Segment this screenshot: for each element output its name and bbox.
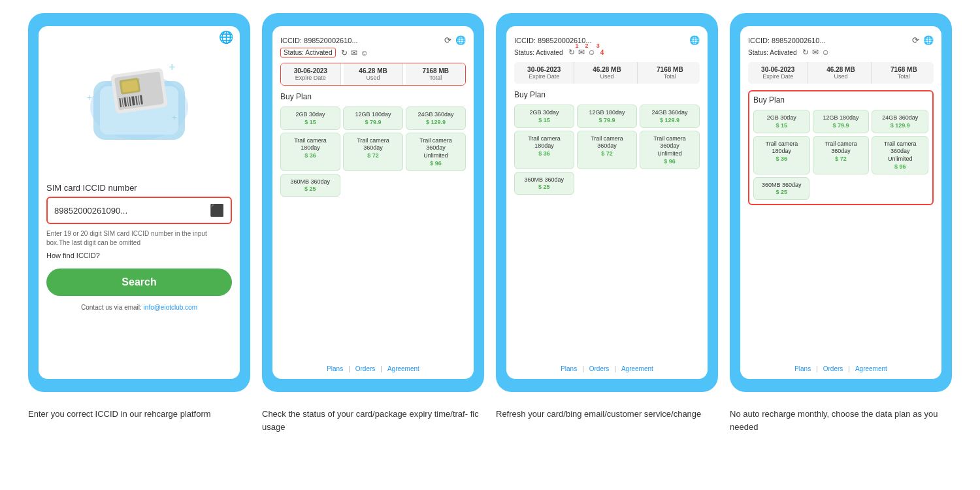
- plan-card-trail360[interactable]: Trail camera360day$ 72: [343, 133, 403, 171]
- mail-icon-2[interactable]: ✉: [351, 48, 357, 57]
- header-icons-4: ⟳ 🌐: [912, 35, 934, 45]
- stat-total-value-4: 7168 MB: [875, 66, 932, 73]
- plan-card-trail360-4[interactable]: Trail camera360day$ 72: [813, 136, 870, 174]
- stat-used-label-3: Used: [578, 73, 635, 80]
- data-stats-row-2: 30-06-2023 Expire Date 46.28 MB Used 716…: [280, 63, 466, 86]
- globe-icon-3[interactable]: 🌐: [689, 35, 700, 45]
- plan-card-trail360unl-3[interactable]: Trail camera360dayUnlimited$ 96: [640, 131, 700, 169]
- iccid-header-3: ICCID: 898520002610... 🌐: [514, 35, 700, 45]
- plan-card-trail180-3[interactable]: Trail camera180day$ 36: [514, 131, 574, 169]
- status-row-2: Status: Activated ↻ ✉ ☺: [280, 48, 466, 57]
- footer-agreement-3[interactable]: Agreement: [621, 365, 653, 372]
- stat-total-label-3: Total: [642, 73, 698, 80]
- stat-used-value-2: 46.28 MB: [345, 67, 402, 74]
- stat-expire-2: 30-06-2023 Expire Date: [281, 63, 341, 85]
- plan-card-24gb-3[interactable]: 24GB 360day$ 129.9: [640, 105, 700, 128]
- footer-plans-2[interactable]: Plans: [327, 365, 343, 372]
- phone-wrapper-3: ICCID: 898520002610... 🌐 Status: Activat…: [496, 13, 718, 392]
- plan-card-trail360unl[interactable]: Trail camera360dayUnlimited$ 96: [406, 133, 466, 171]
- refresh-status-icon-3[interactable]: ↻1: [568, 48, 575, 57]
- stat-total-label-2: Total: [407, 74, 464, 81]
- footer-agreement-2[interactable]: Agreement: [387, 365, 419, 372]
- stat-expire-value-3: 30-06-2023: [515, 66, 572, 73]
- stat-total-label-4: Total: [875, 73, 932, 80]
- stat-total-2: 7168 MB Total: [406, 63, 465, 85]
- plan-card-12gb[interactable]: 12GB 180day$ 79.9: [343, 106, 403, 130]
- plan-card-12gb-3[interactable]: 12GB 180day$ 79.9: [577, 105, 637, 128]
- phone-screen-2: ICCID: 898520002610... ⟳ 🌐 Status: Activ…: [272, 26, 474, 379]
- single-plan-row-4: 360MB 360day$ 25: [753, 177, 928, 201]
- stat-expire-label-4: Expire Date: [749, 73, 806, 80]
- plan-card-trail360-3[interactable]: Trail camera360day$ 72: [577, 131, 637, 169]
- plan-card-2gb[interactable]: 2GB 30day$ 15: [280, 106, 340, 130]
- plan-card-360mb-3[interactable]: 360MB 360day$ 25: [514, 172, 574, 195]
- plan-card-360mb[interactable]: 360MB 360day$ 25: [280, 174, 340, 197]
- contact-label: Contact us via email:: [81, 304, 142, 311]
- refresh-status-icon-4[interactable]: ↻: [802, 48, 809, 57]
- iccid-header-4: ICCID: 898520002610... ⟳ 🌐: [748, 35, 934, 45]
- mail-icon-4[interactable]: ✉: [812, 48, 819, 57]
- globe-icon-4[interactable]: 🌐: [923, 35, 934, 45]
- iccid-header-text-4: ICCID: 898520002610...: [748, 37, 826, 44]
- plan-card-2gb-4[interactable]: 2GB 30day$ 15: [753, 110, 810, 133]
- footer-links-2: Plans | Orders | Agreement: [280, 359, 466, 372]
- contact-email[interactable]: info@eiotclub.com: [144, 304, 197, 311]
- plan-card-2gb-3[interactable]: 2GB 30day$ 15: [514, 105, 574, 128]
- single-plan-row-3: 360MB 360day$ 25: [514, 172, 700, 195]
- stat-expire-value-4: 30-06-2023: [749, 66, 806, 73]
- contact-text: Contact us via email: info@eiotclub.com: [46, 304, 232, 311]
- search-button[interactable]: Search: [46, 269, 232, 296]
- person-icon-3[interactable]: ☺3: [588, 48, 596, 57]
- number4-badge: 4: [600, 49, 604, 56]
- header-icons-3: 🌐: [689, 35, 700, 45]
- refresh-status-icon-2[interactable]: ↻: [341, 48, 348, 57]
- plans-grid-2: 2GB 30day$ 15 12GB 180day$ 79.9 24GB 360…: [280, 106, 466, 171]
- stat-expire-value-2: 30-06-2023: [282, 67, 339, 74]
- phone-screen-4: ICCID: 898520002610... ⟳ 🌐 Status: Activ…: [740, 26, 941, 379]
- iccid-header-text-3: ICCID: 898520002610...: [514, 37, 592, 44]
- status-icons-2: ↻ ✉ ☺: [341, 48, 368, 57]
- plan-card-trail180[interactable]: Trail camera180day$ 36: [280, 133, 340, 171]
- stat-expire-label-2: Expire Date: [282, 74, 339, 81]
- buy-plan-label-4: Buy Plan: [753, 95, 928, 105]
- plan-card-24gb[interactable]: 24GB 360day$ 129.9: [406, 106, 466, 130]
- footer-agreement-4[interactable]: Agreement: [855, 365, 887, 372]
- footer-orders-4[interactable]: Orders: [823, 365, 843, 372]
- refresh-icon-4[interactable]: ⟳: [912, 35, 919, 45]
- stat-total-3: 7168 MB Total: [640, 62, 700, 84]
- person-icon-4[interactable]: ☺: [822, 48, 830, 57]
- phone-screen-3: ICCID: 898520002610... 🌐 Status: Activat…: [506, 26, 708, 379]
- phone-screen-1: 🌐: [39, 26, 240, 379]
- sim-illustration-container: + + +: [46, 35, 232, 166]
- stat-total-value-2: 7168 MB: [407, 67, 464, 74]
- description-text-4: No auto recharge monthly, choose the dat…: [730, 409, 938, 432]
- mail-icon-3[interactable]: ✉2: [578, 48, 585, 57]
- description-4: No auto recharge monthly, choose the dat…: [730, 408, 952, 433]
- plan-card-360mb-4[interactable]: 360MB 360day$ 25: [753, 177, 809, 201]
- stat-used-label-4: Used: [812, 73, 869, 80]
- data-stats-row-4: 30-06-2023 Expire Date 46.28 MB Used 716…: [748, 62, 934, 84]
- footer-orders-2[interactable]: Orders: [355, 365, 376, 372]
- plan-card-12gb-4[interactable]: 12GB 180day$ 79.9: [813, 110, 870, 133]
- data-stats-row-3: 30-06-2023 Expire Date 46.28 MB Used 716…: [514, 62, 700, 84]
- iccid-input-box[interactable]: 89852000261090... ⬛: [46, 197, 232, 224]
- svg-rect-6: [122, 80, 139, 92]
- stat-used-label-2: Used: [345, 74, 402, 81]
- footer-plans-3[interactable]: Plans: [561, 365, 577, 372]
- refresh-icon-2[interactable]: ⟳: [444, 35, 451, 45]
- plan-card-trail360unl-4[interactable]: Trail camera360dayUnlimited$ 96: [872, 136, 928, 174]
- stat-used-value-3: 46.28 MB: [578, 66, 635, 73]
- footer-plans-4[interactable]: Plans: [794, 365, 811, 372]
- find-iccid-link[interactable]: How find ICCID?: [46, 252, 232, 259]
- scan-icon[interactable]: ⬛: [210, 203, 224, 218]
- description-2: Check the status of your card/package ex…: [262, 408, 484, 433]
- globe-icon-2[interactable]: 🌐: [455, 35, 466, 45]
- iccid-section: SIM card ICCID number 89852000261090... …: [46, 183, 232, 311]
- person-icon-2[interactable]: ☺: [361, 48, 368, 57]
- plan-card-trail180-4[interactable]: Trail camera180day$ 36: [753, 136, 810, 174]
- phone-wrapper-2: ICCID: 898520002610... ⟳ 🌐 Status: Activ…: [262, 13, 484, 392]
- plan-card-24gb-4[interactable]: 24GB 360day$ 129.9: [872, 110, 928, 133]
- buy-plan-label-3: Buy Plan: [514, 90, 700, 99]
- svg-text:+: +: [87, 92, 92, 103]
- footer-orders-3[interactable]: Orders: [589, 365, 610, 372]
